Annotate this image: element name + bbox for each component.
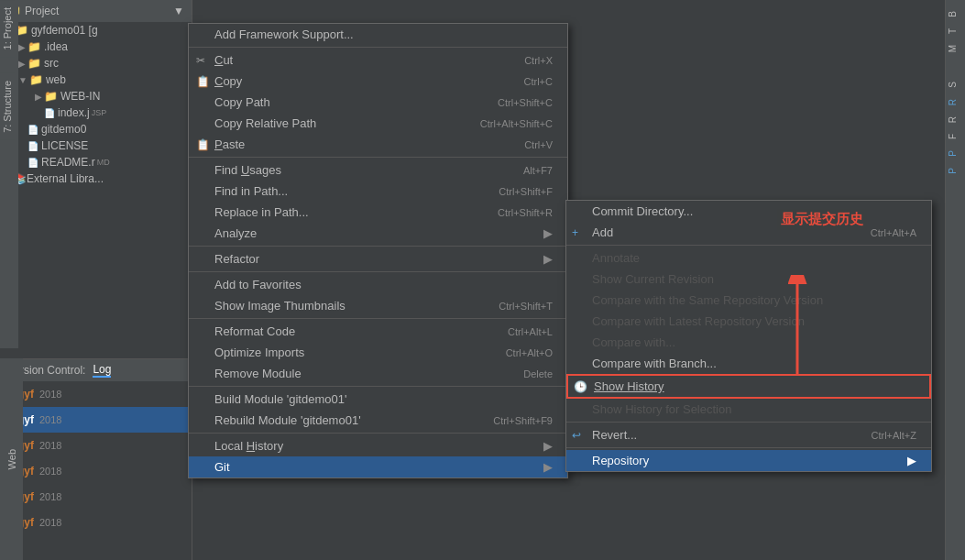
menu-label: Replace in Path... [214, 205, 479, 219]
menu-item-add-favorites[interactable]: Add to Favorites [189, 274, 567, 295]
menu-item-build-module[interactable]: Build Module 'gitdemo01' [189, 389, 567, 410]
menu-label: Compare with Branch... [592, 357, 916, 370]
menu-label: Reformat Code [214, 324, 489, 338]
right-tab-r2[interactable]: R [946, 113, 965, 126]
web-tab-label: Web [6, 449, 17, 469]
panel-title: Project [25, 5, 59, 17]
file-badge: JSP [92, 108, 107, 117]
tree-item-web[interactable]: ▼ 📁 web [0, 71, 192, 88]
menu-divider [189, 47, 567, 48]
menu-label: Annotate [592, 251, 916, 265]
side-tab-project[interactable]: 1: Project [0, 0, 15, 57]
menu-divider [566, 245, 931, 246]
vc-row-4[interactable]: ↑ gyf 2018 [0, 458, 192, 484]
repo-item-add[interactable]: + Add Ctrl+Alt+A [566, 222, 931, 243]
tree-item-webinf[interactable]: ▶ 📁 WEB-IN [0, 88, 192, 104]
file-badge-md: MD [97, 158, 110, 167]
menu-item-rebuild-module[interactable]: Rebuild Module 'gitdemo01' Ctrl+Shift+F9 [189, 410, 567, 431]
tree-item-label: web [46, 73, 66, 86]
menu-divider [566, 422, 931, 423]
file-icon: 📄 [27, 125, 38, 135]
repo-item-show-history-selection: Show History for Selection [566, 399, 931, 420]
shortcut: Ctrl+Alt+A [871, 227, 916, 238]
right-tab-f[interactable]: F [946, 130, 965, 143]
chinese-annotation: 显示提交历史 [777, 209, 867, 230]
shortcut: Ctrl+Shift+C [498, 97, 553, 108]
file-icon: 📄 [27, 141, 38, 151]
folder-icon: 📁 [44, 90, 58, 103]
shortcut: Ctrl+Shift+F [499, 186, 553, 197]
vc-row-1[interactable]: ↑ gyf 2018 [0, 381, 192, 407]
menu-label: Repository [592, 454, 904, 467]
right-tab-p2[interactable]: P [946, 164, 965, 178]
repo-item-compare-latest-repo: Compare with Latest Repository Version [566, 311, 931, 332]
vc-row-6[interactable]: ↑ gyf 2018 [0, 510, 192, 535]
tree-item-license[interactable]: ▶ 📄 LICENSE [0, 137, 192, 154]
menu-item-replace-in-path[interactable]: Replace in Path... Ctrl+Shift+R [189, 202, 567, 223]
repo-item-show-history[interactable]: 🕒 Show History [566, 374, 931, 399]
vc-row-3[interactable]: ↑ gyf 2018 [0, 433, 192, 458]
menu-label: Copy Path [214, 95, 479, 109]
vc-year: 2018 [39, 466, 61, 477]
vc-row-5[interactable]: ↑ gyf 2018 [0, 484, 192, 510]
menu-item-add-framework[interactable]: Add Framework Support... [189, 24, 567, 45]
menu-label: Rebuild Module 'gitdemo01' [214, 413, 475, 427]
tree-item-gitdemo[interactable]: ▶ 📄 gitdemo0 [0, 121, 192, 137]
vc-tab-log[interactable]: Log [93, 363, 111, 378]
file-icon: 📄 [27, 158, 38, 168]
menu-item-remove-module[interactable]: Remove Module Delete [189, 363, 567, 384]
tree-item-label: External Libra... [27, 172, 104, 185]
tree-item-src[interactable]: ▶ 📁 src [0, 55, 192, 71]
menu-item-local-history[interactable]: Local History ▶ [189, 435, 567, 456]
tree-item-readme[interactable]: ▶ 📄 README.r MD [0, 154, 192, 170]
menu-item-cut[interactable]: ✂ Cut Ctrl+X [189, 49, 567, 71]
tree-item-root[interactable]: ▼ 📁 gyfdemo01 [g [0, 22, 192, 38]
repo-item-commit-directory[interactable]: Commit Directory... [566, 201, 931, 222]
shortcut: Ctrl+Alt+Shift+C [480, 118, 553, 129]
menu-item-find-usages[interactable]: Find Usages Alt+F7 [189, 159, 567, 181]
tree-item-idea[interactable]: ▶ 📁 .idea [0, 38, 192, 55]
right-tab-p1[interactable]: P [946, 147, 965, 160]
right-tab-s[interactable]: S [946, 78, 965, 92]
repo-item-repository[interactable]: Repository ▶ [566, 450, 931, 471]
tree-item-indexj[interactable]: ▶ 📄 index.j JSP [0, 104, 192, 121]
vc-year: 2018 [39, 491, 61, 502]
menu-label: Commit Directory... [592, 204, 916, 218]
tree-item-external-libs[interactable]: ▶ 📚 External Libra... [0, 170, 192, 187]
right-tab-b[interactable]: B [946, 7, 965, 21]
menu-item-copy-relative-path[interactable]: Copy Relative Path Ctrl+Alt+Shift+C [189, 113, 567, 134]
menu-item-optimize-imports[interactable]: Optimize Imports Ctrl+Alt+O [189, 342, 567, 363]
repo-item-revert[interactable]: ↩ Revert... Ctrl+Alt+Z [566, 424, 931, 445]
menu-divider [189, 386, 567, 387]
vc-row-2[interactable]: ↑ gyf 2018 [0, 407, 192, 433]
right-tab-t[interactable]: T [946, 25, 965, 38]
tree-item-label: index.j [58, 106, 90, 119]
menu-item-copy[interactable]: 📋 Copy Ctrl+C [189, 71, 567, 92]
tree-item-label: src [44, 57, 59, 70]
repository-submenu: Commit Directory... + Add Ctrl+Alt+A Ann… [565, 200, 932, 472]
repo-item-compare-with-branch[interactable]: Compare with Branch... [566, 353, 931, 374]
vc-year: 2018 [39, 517, 61, 528]
menu-item-paste[interactable]: 📋 Paste Ctrl+V [189, 134, 567, 155]
red-arrow-annotation [761, 275, 834, 388]
menu-item-analyze[interactable]: Analyze ▶ [189, 223, 567, 244]
menu-item-refactor[interactable]: Refactor ▶ [189, 248, 567, 269]
menu-item-show-image-thumbnails[interactable]: Show Image Thumbnails Ctrl+Shift+T [189, 295, 567, 316]
menu-item-find-in-path[interactable]: Find in Path... Ctrl+Shift+F [189, 181, 567, 202]
side-tab-structure[interactable]: 7: Structure [0, 73, 15, 140]
shortcut: Ctrl+Shift+T [499, 301, 553, 312]
folder-icon: 📁 [29, 73, 43, 86]
right-tab-r1[interactable]: R [946, 95, 965, 109]
menu-item-reformat-code[interactable]: Reformat Code Ctrl+Alt+L [189, 321, 567, 342]
bottom-web-tab[interactable]: Web [0, 358, 23, 560]
right-tab-m[interactable]: M [946, 41, 965, 56]
menu-label: Cut [214, 53, 506, 67]
menu-label: Show Image Thumbnails [214, 299, 480, 313]
menu-divider [189, 157, 567, 158]
menu-item-copy-path[interactable]: Copy Path Ctrl+Shift+C [189, 92, 567, 113]
menu-item-git[interactable]: Git ▶ [189, 456, 567, 478]
shortcut: Alt+F7 [523, 165, 553, 176]
repo-item-compare-with: Compare with... [566, 332, 931, 353]
tree-item-label: WEB-IN [60, 90, 100, 103]
menu-label: Optimize Imports [214, 346, 488, 359]
